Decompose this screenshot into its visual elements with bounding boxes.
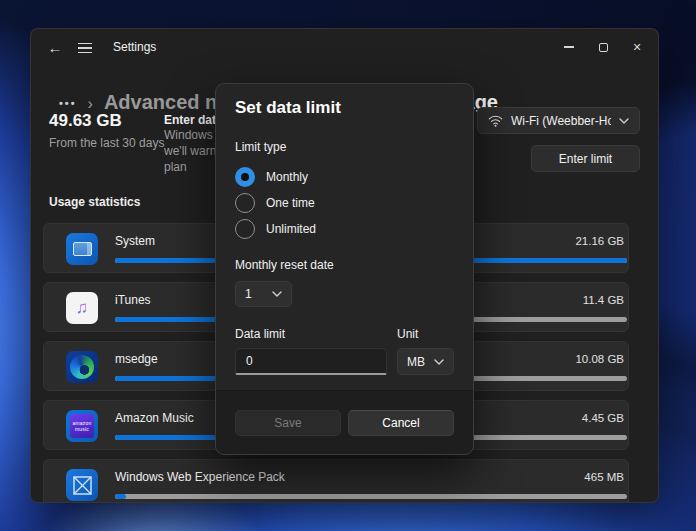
radio-unselected-icon[interactable] <box>235 219 255 239</box>
app-name: iTunes <box>115 293 151 307</box>
limit-info-heading: Enter data <box>164 113 217 127</box>
breadcrumb-overflow-button[interactable]: ••• <box>59 97 77 109</box>
desktop: ← Settings ✕ ••• › Advanced network sett… <box>0 0 696 531</box>
dialog-footer: Save Cancel <box>216 390 473 454</box>
usage-bar <box>115 494 627 499</box>
minimize-icon <box>564 46 574 47</box>
app-usage-value: 21.16 GB <box>575 235 624 247</box>
chevron-down-icon <box>619 118 629 124</box>
maximize-button[interactable] <box>586 33 620 61</box>
set-data-limit-dialog: Set data limit Limit type Monthly One ti… <box>215 83 474 455</box>
limit-type-label: Limit type <box>235 140 454 154</box>
radio-selected-icon[interactable] <box>235 167 255 187</box>
unit-label: Unit <box>397 327 418 341</box>
chevron-down-icon <box>434 359 444 365</box>
app-name: System <box>115 234 155 248</box>
limit-info-line: we'll warn y <box>164 143 217 159</box>
app-usage-value: 10.08 GB <box>575 353 624 365</box>
monthly-reset-date-label: Monthly reset date <box>235 258 454 272</box>
system-icon <box>66 233 98 265</box>
app-usage-value: 465 MB <box>584 471 624 483</box>
hamburger-icon <box>78 43 92 45</box>
window-title: Settings <box>113 40 156 54</box>
close-button[interactable]: ✕ <box>620 33 654 61</box>
enter-limit-button[interactable]: Enter limit <box>531 145 640 172</box>
placeholder-app-icon <box>66 469 98 501</box>
app-usage-value: 11.4 GB <box>583 294 624 306</box>
amazon-music-icon: amazon music <box>66 410 98 442</box>
usage-statistics-heading: Usage statistics <box>49 195 140 209</box>
usage-period-label: From the last 30 days <box>49 135 171 151</box>
app-name: Amazon Music <box>115 411 194 425</box>
network-adapter-select[interactable]: Wi-Fi (Weebber-Hor <box>477 107 640 134</box>
save-button[interactable]: Save <box>235 410 341 436</box>
app-usage-value: 4.45 GB <box>582 412 624 424</box>
app-name: msedge <box>115 352 158 366</box>
data-limit-input[interactable] <box>235 348 387 375</box>
app-name: Windows Web Experience Pack <box>115 470 285 484</box>
limit-info-line: Windows ca <box>164 127 217 143</box>
total-usage-value: 49.63 GB <box>49 111 171 131</box>
enter-limit-label: Enter limit <box>559 152 612 166</box>
data-limit-label: Data limit <box>235 327 397 341</box>
limit-type-radio-group: Monthly One time Unlimited <box>235 164 454 242</box>
enter-data-limit-info: Enter data Windows ca we'll warn y plan <box>164 113 217 175</box>
close-icon: ✕ <box>632 41 641 54</box>
radio-option-monthly[interactable]: Monthly <box>235 164 454 190</box>
network-adapter-label: Wi-Fi (Weebber-Hor <box>511 114 611 128</box>
usage-row[interactable]: Windows Web Experience Pack 465 MB <box>43 459 629 503</box>
data-usage-summary: 49.63 GB From the last 30 days <box>49 111 171 151</box>
dialog-title: Set data limit <box>235 98 454 118</box>
reset-date-select[interactable]: 1 <box>235 281 292 307</box>
chevron-down-icon <box>272 291 282 297</box>
cancel-button[interactable]: Cancel <box>348 410 454 436</box>
back-button[interactable]: ← <box>41 33 69 61</box>
navigation-menu-button[interactable] <box>71 35 99 61</box>
back-arrow-icon: ← <box>48 39 63 56</box>
edge-icon <box>66 351 98 383</box>
itunes-icon: ♫ <box>66 292 98 324</box>
minimize-button[interactable] <box>552 33 586 61</box>
radio-unselected-icon[interactable] <box>235 193 255 213</box>
maximize-icon <box>599 43 608 52</box>
unit-select[interactable]: MB <box>397 348 454 375</box>
radio-option-unlimited[interactable]: Unlimited <box>235 216 454 242</box>
window-controls: ✕ <box>552 33 654 61</box>
radio-option-one-time[interactable]: One time <box>235 190 454 216</box>
limit-info-line: plan <box>164 159 217 175</box>
titlebar[interactable]: ← Settings ✕ <box>31 29 658 65</box>
wifi-icon <box>488 115 503 127</box>
